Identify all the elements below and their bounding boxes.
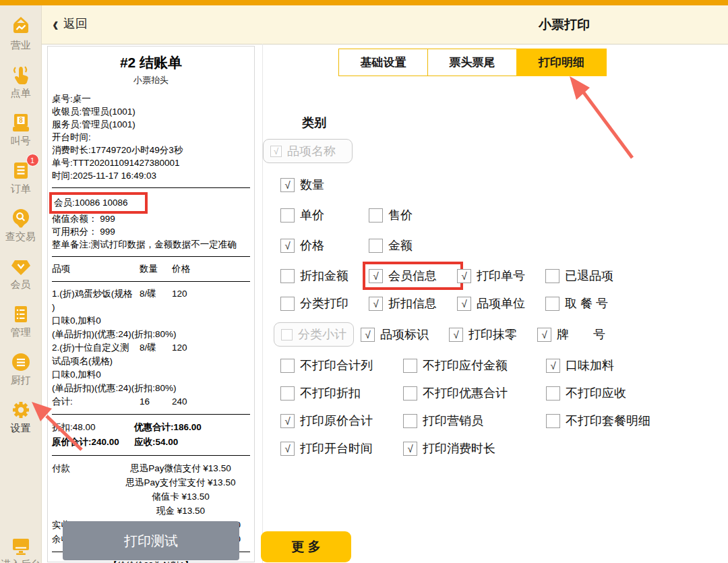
checkbox-label: 不打印合计列 xyxy=(300,357,373,374)
checkbox-label: 数量 xyxy=(300,177,324,193)
checkbox-数量[interactable]: √数量 xyxy=(280,177,324,193)
checkbox-分类小计[interactable]: 分类小计 xyxy=(274,322,354,347)
checkbox-label: 不打印套餐明细 xyxy=(566,413,650,429)
receipt-divider xyxy=(52,256,250,257)
checkbox-label: 金额 xyxy=(388,237,413,254)
checkbox-单价[interactable]: 单价 xyxy=(280,207,369,223)
receipt-print-settings-page: 营业 点单 8 叫号 1 订单 查交易 xyxy=(0,0,728,563)
checkbox-label: 品项标识 xyxy=(380,326,429,343)
checkbox-box: √ xyxy=(280,239,295,253)
order-list-icon: 1 xyxy=(10,160,32,181)
checkbox-品项标识[interactable]: √品项标识 xyxy=(361,326,449,343)
tab-print-detail[interactable]: 打印明细 xyxy=(516,49,607,76)
receipt-line: 整单备注:测试打印数据，金额数据不一定准确 xyxy=(52,238,250,251)
category-label: 类别 xyxy=(302,115,326,131)
checkbox-label: 单价 xyxy=(300,207,324,223)
checkbox-box xyxy=(280,359,295,373)
sidebar: 营业 点单 8 叫号 1 订单 查交易 xyxy=(0,5,42,563)
checkbox-label: 不打印折扣 xyxy=(300,385,361,401)
checkbox-label: 折扣信息 xyxy=(388,295,437,312)
more-button[interactable]: 更 多 xyxy=(261,531,351,562)
checkbox-打印单号[interactable]: √打印单号 xyxy=(457,268,545,284)
sidebar-item-orders[interactable]: 1 订单 xyxy=(10,160,32,196)
checkbox-打印开台时间[interactable]: √打印开台时间 xyxy=(280,440,403,456)
receipt-divider xyxy=(52,455,250,456)
checkbox-折扣信息[interactable]: √折扣信息 xyxy=(369,295,457,312)
receipt-member-row: 会员:10086 10086 xyxy=(52,194,250,212)
checkbox-不打印合计列[interactable]: 不打印合计列 xyxy=(280,357,403,374)
settings-grid: √品项名称√数量单价售价√价格金额折扣金额√会员信息√打印单号已退品项分类打印√… xyxy=(280,139,685,467)
checkbox-box xyxy=(280,297,295,311)
sidebar-item-kitchen-print[interactable]: 厨打 xyxy=(10,351,32,387)
receipt-member-line: 会员:10086 10086 xyxy=(54,197,143,209)
checkbox-label: 不打印优惠合计 xyxy=(423,385,508,401)
payment-label: 付款 xyxy=(52,461,91,518)
checkbox-价格[interactable]: √价格 xyxy=(280,237,369,254)
sidebar-item-label: 进入后台 xyxy=(1,558,41,563)
receipt-item-row: (单品折扣)(优惠:24)(折扣:80%) xyxy=(52,328,250,341)
sidebar-item-management[interactable]: 管理 xyxy=(10,303,32,339)
receipt-line: 时间:2025-11-17 16:49:03 xyxy=(52,169,250,182)
checkbox-牌号[interactable]: √牌 号 xyxy=(537,326,626,343)
sidebar-item-label: 订单 xyxy=(11,183,31,196)
checkbox-不打印套餐明细[interactable]: 不打印套餐明细 xyxy=(546,413,650,429)
sidebar-item-order-taking[interactable]: 点单 xyxy=(10,64,32,100)
receipt-payment-line: 储值卡 ¥13.50 xyxy=(111,490,250,504)
checkbox-label: 打印单号 xyxy=(477,268,525,284)
sidebar-item-queue-number[interactable]: 8 叫号 xyxy=(10,112,32,148)
search-icon xyxy=(10,208,32,229)
checkbox-分类打印[interactable]: 分类打印 xyxy=(280,295,369,312)
checkbox-不打印折扣[interactable]: 不打印折扣 xyxy=(280,385,403,401)
settings-row: 折扣金额√会员信息√打印单号已退品项 xyxy=(280,267,685,285)
checkbox-售价[interactable]: 售价 xyxy=(369,207,457,223)
settings-row: √打印开台时间√打印消费时长 xyxy=(280,440,685,457)
checkbox-box: √ xyxy=(403,442,417,456)
checkbox-品项名称[interactable]: √品项名称 xyxy=(263,139,353,163)
checkbox-打印营销员[interactable]: 打印营销员 xyxy=(403,413,546,429)
receipt-item-row: 1.(折)鸡蛋炒饭(规格8/碟120 xyxy=(52,287,250,301)
receipt-line: 桌号:桌一 xyxy=(52,92,250,105)
receipt-preview-panel: #2 结账单 小票抬头 桌号:桌一收银员:管理员(1001)服务员:管理员(10… xyxy=(47,46,255,562)
checkbox-取餐号[interactable]: 取 餐 号 xyxy=(545,295,634,312)
checkbox-打印抹零[interactable]: √打印抹零 xyxy=(449,326,537,343)
checkbox-口味加料[interactable]: √口味加料 xyxy=(546,357,614,374)
receipt-divider xyxy=(52,281,250,282)
receipt-line: 储值余额： 999 xyxy=(52,212,250,225)
back-button[interactable]: ‹ 返回 xyxy=(53,15,88,32)
checkbox-金额[interactable]: 金额 xyxy=(369,237,457,254)
tab-header-footer[interactable]: 票头票尾 xyxy=(427,49,517,76)
receipt-divider xyxy=(52,414,250,415)
checkbox-label: 折扣金额 xyxy=(300,268,348,284)
checkbox-打印消费时长[interactable]: √打印消费时长 xyxy=(403,440,546,456)
checkbox-不打印应付金额[interactable]: 不打印应付金额 xyxy=(403,357,546,374)
sidebar-item-business[interactable]: 营业 xyxy=(10,16,32,52)
checkbox-会员信息[interactable]: √会员信息 xyxy=(369,268,457,284)
checkbox-box xyxy=(281,329,293,340)
checkbox-label: 分类打印 xyxy=(300,295,348,312)
checkbox-box xyxy=(280,386,295,401)
receipt-item-row: ) xyxy=(52,301,250,314)
gear-icon xyxy=(10,399,32,421)
receipt-column-headers: 品项 数量 价格 xyxy=(52,262,250,276)
sidebar-item-settings[interactable]: 设置 xyxy=(10,399,32,435)
sidebar-item-transactions[interactable]: 查交易 xyxy=(5,208,36,243)
sidebar-item-members[interactable]: 会员 xyxy=(10,256,32,291)
checkbox-品项单位[interactable]: √品项单位 xyxy=(457,295,545,312)
receipt-item-row: (单品折扣)(优惠:24)(折扣:80%) xyxy=(52,382,250,395)
receipt-totals: 折扣:48.00优惠合计:186.00原价合计:240.00应收:54.00 xyxy=(52,420,250,450)
settings-tabs: 基础设置 票头票尾 打印明细 xyxy=(338,49,607,76)
checkbox-不打印优惠合计[interactable]: 不打印优惠合计 xyxy=(403,385,546,401)
checkbox-不打印应收[interactable]: 不打印应收 xyxy=(546,385,626,401)
print-test-button[interactable]: 打印测试 xyxy=(63,521,239,560)
orders-badge: 1 xyxy=(26,154,39,167)
checkbox-label: 不打印应付金额 xyxy=(423,357,508,374)
checkbox-已退品项[interactable]: 已退品项 xyxy=(545,268,634,284)
checkbox-label: 品项名称 xyxy=(287,143,336,159)
checkbox-打印原价合计[interactable]: √打印原价合计 xyxy=(280,413,403,429)
checkbox-折扣金额[interactable]: 折扣金额 xyxy=(280,268,369,284)
checkbox-box: √ xyxy=(280,442,295,456)
sidebar-item-backend[interactable]: 进入后台 xyxy=(1,535,41,563)
tab-basic-settings[interactable]: 基础设置 xyxy=(338,49,428,76)
checkbox-label: 价格 xyxy=(300,237,324,254)
ticket-number-icon: 8 xyxy=(10,112,32,134)
